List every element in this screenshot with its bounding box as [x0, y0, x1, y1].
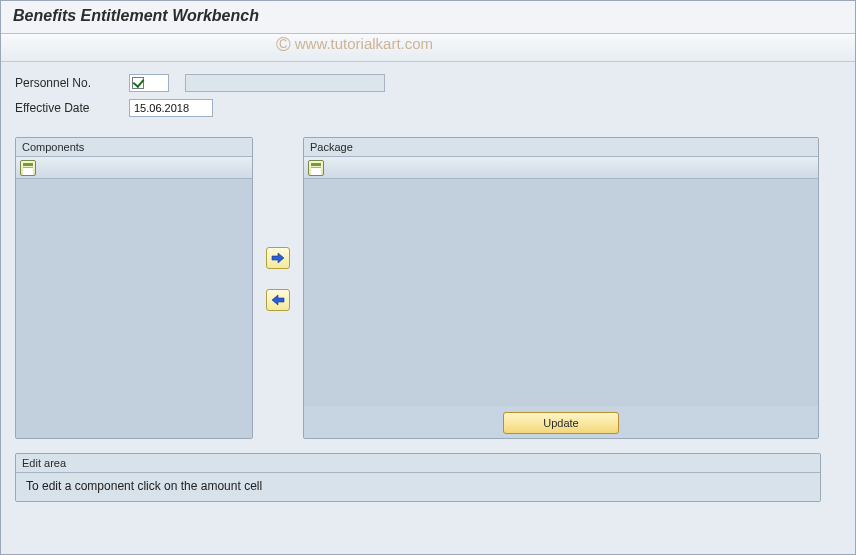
components-panel-title: Components: [16, 138, 252, 157]
titlebar: Benefits Entitlement Workbench: [1, 1, 855, 34]
personnel-checkbox[interactable]: [132, 77, 144, 89]
components-panel: Components: [15, 137, 253, 439]
package-toolbar: [304, 157, 818, 179]
edit-area-hint: To edit a component click on the amount …: [16, 473, 820, 501]
spreadsheet-icon[interactable]: [308, 160, 324, 176]
package-footer: Update: [304, 406, 818, 438]
transfer-buttons: [253, 137, 303, 311]
effective-date-label: Effective Date: [15, 101, 129, 115]
update-button[interactable]: Update: [503, 412, 619, 434]
arrow-left-icon: [271, 294, 285, 306]
spreadsheet-icon[interactable]: [20, 160, 36, 176]
package-list[interactable]: [304, 179, 818, 406]
panels-row: Components Package: [15, 137, 841, 439]
personnel-number-input[interactable]: [129, 74, 169, 92]
edit-area-panel: Edit area To edit a component click on t…: [15, 453, 821, 502]
application-toolbar: [1, 34, 855, 62]
effective-date-input[interactable]: [129, 99, 213, 117]
edit-area-title: Edit area: [16, 454, 820, 473]
effective-date-row: Effective Date: [15, 97, 841, 119]
components-list[interactable]: [16, 179, 252, 438]
package-panel-title: Package: [304, 138, 818, 157]
personnel-row: Personnel No.: [15, 72, 841, 94]
package-panel: Package Update: [303, 137, 819, 439]
arrow-right-icon: [271, 252, 285, 264]
personnel-name-display: [185, 74, 385, 92]
app-window: Benefits Entitlement Workbench ©www.tuto…: [0, 0, 856, 555]
remove-button[interactable]: [266, 289, 290, 311]
components-toolbar: [16, 157, 252, 179]
page-title: Benefits Entitlement Workbench: [13, 7, 843, 25]
personnel-label: Personnel No.: [15, 76, 129, 90]
content-area: Personnel No. Effective Date Components: [1, 62, 855, 508]
add-button[interactable]: [266, 247, 290, 269]
